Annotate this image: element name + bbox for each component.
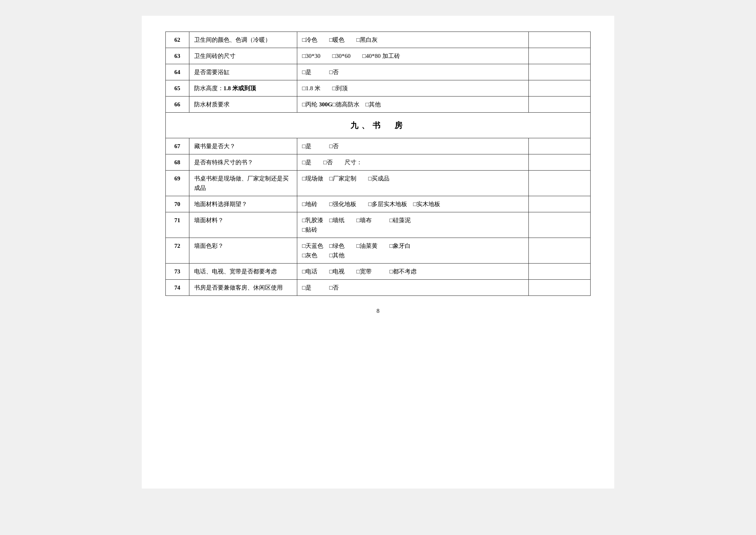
row-number: 65 (166, 80, 189, 97)
row-number: 67 (166, 138, 189, 154)
row-options: □地砖 □强化地板 □多层实木地板 □实木地板 (297, 196, 529, 212)
row-remark (529, 154, 591, 171)
row-question: 防水材质要求 (189, 97, 297, 113)
row-options: □是 □否 (297, 64, 529, 80)
row-options: □是 □否 尺寸： (297, 154, 529, 171)
row-number: 74 (166, 280, 189, 296)
row-number: 73 (166, 264, 189, 280)
row-remark (529, 196, 591, 212)
row-options: □现场做 □厂家定制 □买成品 (297, 171, 529, 196)
table-row: 63卫生间砖的尺寸□30*30 □30*60 □40*80 加工砖 (166, 48, 591, 64)
row-options: □30*30 □30*60 □40*80 加工砖 (297, 48, 529, 64)
row-options: □1.8 米 □到顶 (297, 80, 529, 97)
section-header-row: 九、书 房 (166, 113, 591, 138)
row-remark (529, 138, 591, 154)
page: 62卫生间的颜色、色调（冷暖）□冷色 □暖色 □黑白灰63卫生间砖的尺寸□30*… (142, 16, 614, 489)
table-row: 73电话、电视、宽带是否都要考虑□电话 □电视 □宽带 □都不考虑 (166, 264, 591, 280)
row-remark (529, 280, 591, 296)
row-question: 书房是否要兼做客房、休闲区使用 (189, 280, 297, 296)
row-question: 是否有特殊尺寸的书？ (189, 154, 297, 171)
table-row: 62卫生间的颜色、色调（冷暖）□冷色 □暖色 □黑白灰 (166, 32, 591, 48)
row-remark (529, 48, 591, 64)
row-remark (529, 32, 591, 48)
table-row: 72墙面色彩？□天蓝色 □绿色 □油菜黄 □象牙白□灰色 □其他 (166, 238, 591, 264)
table-row: 67藏书量是否大？□是 □否 (166, 138, 591, 154)
row-remark (529, 80, 591, 97)
row-options: □电话 □电视 □宽带 □都不考虑 (297, 264, 529, 280)
row-question: 卫生间的颜色、色调（冷暖） (189, 32, 297, 48)
page-number: 8 (165, 308, 591, 314)
row-number: 66 (166, 97, 189, 113)
row-question: 电话、电视、宽带是否都要考虑 (189, 264, 297, 280)
table-row: 74书房是否要兼做客房、休闲区使用□是 □否 (166, 280, 591, 296)
row-options: □是 □否 (297, 280, 529, 296)
row-remark (529, 238, 591, 264)
row-remark (529, 64, 591, 80)
row-remark (529, 171, 591, 196)
table-row: 64是否需要浴缸□是 □否 (166, 64, 591, 80)
row-question: 墙面材料？ (189, 212, 297, 238)
row-number: 72 (166, 238, 189, 264)
section-title: 九、书 房 (166, 113, 591, 138)
row-question: 防水高度：1.8 米或到顶 (189, 80, 297, 97)
row-number: 71 (166, 212, 189, 238)
row-options: □乳胶漆 □墙纸 □墙布 □硅藻泥□贴砖 (297, 212, 529, 238)
row-question: 藏书量是否大？ (189, 138, 297, 154)
row-options: □是 □否 (297, 138, 529, 154)
row-remark (529, 97, 591, 113)
row-question: 书桌书柜是现场做、厂家定制还是买成品 (189, 171, 297, 196)
table-row: 65防水高度：1.8 米或到顶□1.8 米 □到顶 (166, 80, 591, 97)
row-number: 69 (166, 171, 189, 196)
table-row: 71墙面材料？□乳胶漆 □墙纸 □墙布 □硅藻泥□贴砖 (166, 212, 591, 238)
table-row: 66防水材质要求□丙纶 300G□德高防水 □其他 (166, 97, 591, 113)
row-options: □天蓝色 □绿色 □油菜黄 □象牙白□灰色 □其他 (297, 238, 529, 264)
table-row: 69书桌书柜是现场做、厂家定制还是买成品□现场做 □厂家定制 □买成品 (166, 171, 591, 196)
row-number: 62 (166, 32, 189, 48)
table-row: 68是否有特殊尺寸的书？□是 □否 尺寸： (166, 154, 591, 171)
row-number: 63 (166, 48, 189, 64)
main-table: 62卫生间的颜色、色调（冷暖）□冷色 □暖色 □黑白灰63卫生间砖的尺寸□30*… (165, 32, 591, 296)
row-number: 68 (166, 154, 189, 171)
row-question: 是否需要浴缸 (189, 64, 297, 80)
table-row: 70地面材料选择期望？□地砖 □强化地板 □多层实木地板 □实木地板 (166, 196, 591, 212)
row-question: 墙面色彩？ (189, 238, 297, 264)
row-question: 卫生间砖的尺寸 (189, 48, 297, 64)
row-number: 64 (166, 64, 189, 80)
row-remark (529, 212, 591, 238)
row-question: 地面材料选择期望？ (189, 196, 297, 212)
row-options: □冷色 □暖色 □黑白灰 (297, 32, 529, 48)
row-options: □丙纶 300G□德高防水 □其他 (297, 97, 529, 113)
row-remark (529, 264, 591, 280)
row-number: 70 (166, 196, 189, 212)
